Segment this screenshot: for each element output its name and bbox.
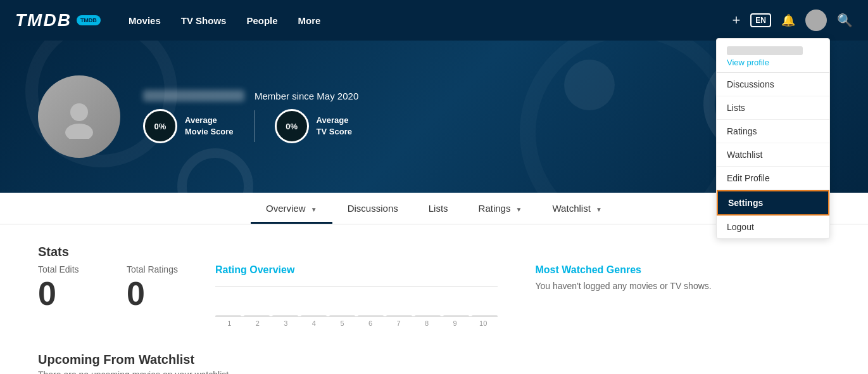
- rating-overview-col: Rating Overview 1 2 3 4 5 6: [215, 264, 523, 327]
- navbar: TMDB TMDB Movies TV Shows People More + …: [0, 0, 868, 41]
- rating-label-2: 2: [244, 319, 272, 327]
- rating-bar-5: [329, 315, 355, 316]
- nav-tv-shows[interactable]: TV Shows: [173, 15, 234, 26]
- movie-score-label: AverageMovie Score: [185, 115, 234, 138]
- tab-overview-caret: ▼: [311, 206, 317, 213]
- user-avatar[interactable]: [805, 10, 827, 31]
- rating-chart-top-line: [215, 286, 498, 287]
- tv-score-label: AverageTV Score: [317, 115, 352, 138]
- member-since: Member since May 2020: [255, 91, 358, 101]
- tab-lists-label: Lists: [429, 203, 448, 214]
- rating-label-6: 6: [356, 319, 385, 327]
- watchlist-empty-message: There are no upcoming movies on your wat…: [38, 370, 830, 374]
- logo-badge: TMDB: [77, 15, 101, 25]
- total-ratings-label: Total Ratings: [127, 264, 215, 274]
- tab-lists[interactable]: Lists: [413, 193, 463, 224]
- nav-more[interactable]: More: [291, 15, 329, 26]
- rating-bar-3: [272, 315, 298, 316]
- profile-name-blurred: [143, 90, 244, 101]
- notifications-button[interactable]: 🔔: [781, 13, 795, 27]
- nav-movies[interactable]: Movies: [121, 15, 168, 26]
- total-edits-label: Total Edits: [38, 264, 127, 274]
- add-button[interactable]: +: [732, 12, 740, 29]
- rating-label-3: 3: [272, 319, 300, 327]
- genres-col: Most Watched Genres You haven't logged a…: [523, 264, 831, 291]
- rating-bar-4: [301, 315, 327, 316]
- genres-empty-message: You haven't logged any movies or TV show…: [536, 281, 831, 291]
- dropdown-watchlist[interactable]: Watchlist: [717, 143, 829, 167]
- dropdown-logout[interactable]: Logout: [717, 216, 829, 238]
- profile-avatar: [38, 75, 120, 158]
- logo[interactable]: TMDB TMDB: [15, 10, 101, 30]
- tab-watchlist[interactable]: Watchlist ▼: [538, 193, 617, 224]
- rating-bar-8: [415, 315, 441, 316]
- dropdown-lists[interactable]: Lists: [717, 96, 829, 120]
- profile-name-row: Member since May 2020: [143, 90, 358, 101]
- tab-overview-label: Overview: [266, 203, 306, 214]
- rating-label-8: 8: [413, 319, 441, 327]
- rating-bar-1: [215, 315, 241, 316]
- dropdown-edit-profile[interactable]: Edit Profile: [717, 167, 829, 190]
- dropdown-discussions[interactable]: Discussions: [717, 73, 829, 96]
- rating-overview-title: Rating Overview: [215, 264, 498, 276]
- rating-label-4: 4: [300, 319, 329, 327]
- rating-label-10: 10: [469, 319, 498, 327]
- rating-bar-2: [244, 315, 270, 316]
- profile-avatar-wrapper: [38, 75, 120, 158]
- user-dropdown-menu: View profile Discussions Lists Ratings W…: [716, 38, 830, 239]
- genres-title: Most Watched Genres: [536, 264, 831, 276]
- rating-label-9: 9: [441, 319, 469, 327]
- movie-score-item: 0% AverageMovie Score: [143, 109, 234, 143]
- nav-links: Movies TV Shows People More: [121, 15, 733, 26]
- tv-score-circle: 0%: [275, 109, 309, 143]
- svg-point-1: [65, 124, 93, 139]
- navbar-actions: + EN 🔔 🔍: [732, 10, 853, 31]
- language-selector[interactable]: EN: [750, 13, 771, 27]
- rating-label-5: 5: [328, 319, 356, 327]
- dropdown-username-blur: [727, 46, 803, 55]
- rating-bars: [215, 292, 498, 317]
- score-divider: [254, 110, 255, 142]
- tab-ratings-label: Ratings: [479, 203, 511, 214]
- rating-label-1: 1: [215, 319, 244, 327]
- rating-bar-10: [472, 315, 498, 316]
- tab-ratings-caret: ▼: [516, 206, 522, 213]
- rating-labels: 1 2 3 4 5 6 7 8 9 10: [215, 319, 498, 327]
- total-ratings-col: Total Ratings 0: [127, 264, 215, 310]
- dropdown-ratings[interactable]: Ratings: [717, 120, 829, 143]
- total-ratings-value: 0: [127, 277, 215, 310]
- banner-deco-circle-3: [564, 60, 615, 110]
- tab-discussions[interactable]: Discussions: [332, 193, 413, 224]
- movie-score-circle: 0%: [143, 109, 177, 143]
- profile-info: Member since May 2020 0% AverageMovie Sc…: [143, 90, 358, 143]
- logo-text: TMDB: [15, 10, 72, 30]
- total-edits-value: 0: [38, 277, 127, 310]
- search-button[interactable]: 🔍: [837, 13, 853, 28]
- nav-people[interactable]: People: [239, 15, 285, 26]
- rating-bar-9: [443, 315, 469, 316]
- tab-discussions-label: Discussions: [348, 203, 398, 214]
- profile-scores: 0% AverageMovie Score 0% AverageTV Score: [143, 109, 358, 143]
- svg-point-0: [70, 103, 88, 121]
- tv-score-item: 0% AverageTV Score: [275, 109, 352, 143]
- tab-watchlist-caret: ▼: [596, 206, 602, 213]
- tab-overview[interactable]: Overview ▼: [251, 193, 332, 224]
- dropdown-view-profile[interactable]: View profile: [727, 58, 819, 67]
- main-content: Stats Total Edits 0 Total Ratings 0 Rati…: [0, 224, 868, 374]
- tab-watchlist-label: Watchlist: [553, 203, 591, 214]
- watchlist-section: Upcoming From Watchlist There are no upc…: [38, 352, 830, 374]
- rating-bar-6: [358, 315, 384, 316]
- rating-label-7: 7: [384, 319, 413, 327]
- total-edits-col: Total Edits 0: [38, 264, 127, 310]
- stats-section-title: Stats: [38, 245, 830, 259]
- watchlist-section-title: Upcoming From Watchlist: [38, 352, 830, 367]
- dropdown-settings[interactable]: Settings: [717, 190, 829, 216]
- dropdown-header: View profile: [717, 39, 829, 73]
- profile-avatar-icon: [57, 94, 101, 139]
- tab-ratings[interactable]: Ratings ▼: [463, 193, 538, 224]
- stats-grid: Total Edits 0 Total Ratings 0 Rating Ove…: [38, 264, 830, 327]
- rating-bar-7: [386, 315, 412, 316]
